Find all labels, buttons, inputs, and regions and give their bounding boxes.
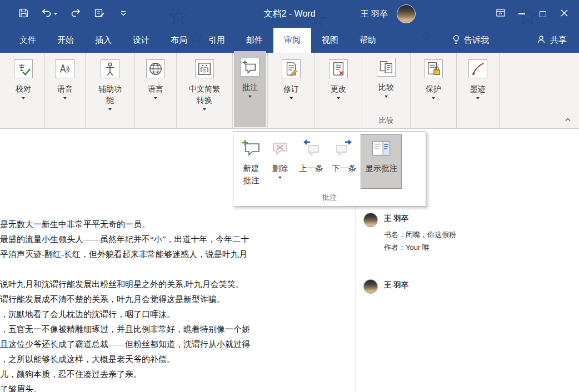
proofing-label: 校对 [16, 83, 31, 94]
chevron-down-icon [385, 96, 388, 98]
next-comment-label: 下一条 [332, 162, 357, 174]
comment-body: 王 羽卒 [384, 279, 408, 295]
customize-quick-access-button[interactable] [113, 4, 133, 24]
comments-menu-items: 新建 批注 删除 [237, 134, 422, 190]
document-line: 儿，颜狗本质，忍不住凑过去亲了亲。 [0, 367, 356, 382]
group-ink: 墨迹 [457, 53, 500, 128]
undo-button[interactable] [37, 4, 62, 24]
ribbon-button-chinese-conversion[interactable]: 中文简繁 转换 [181, 54, 228, 128]
qat-customize-icon [120, 9, 127, 19]
redo-button[interactable] [66, 4, 86, 24]
compare-label: 比较 [378, 82, 394, 93]
group-language: 语言 [135, 53, 177, 128]
ribbon-display-options-icon [496, 9, 505, 19]
ribbon-button-accessibility[interactable]: 辅助功 能 [89, 54, 131, 128]
show-comments-label: 显示批注 [365, 162, 397, 174]
decoration-star: ☆ [309, 8, 326, 30]
save-button[interactable] [13, 4, 33, 24]
group-accessibility: 辅助功 能 [86, 53, 135, 128]
tab-mailings[interactable]: 邮件 [236, 28, 273, 53]
share-button[interactable]: 共享 [537, 35, 567, 46]
group-proofing: 校对 [2, 53, 45, 128]
comment-card[interactable]: 王 羽卒 [363, 279, 573, 295]
maximize-button[interactable] [535, 0, 551, 28]
chevron-down-icon [108, 108, 112, 110]
quick-access-extra-button[interactable] [89, 4, 109, 24]
comment-text: 书名：闭嘴，你这假粉 [384, 228, 456, 241]
ribbon-button-ink[interactable]: 墨迹 [461, 54, 495, 128]
word-window: ☆ ☆ ☆ [0, 0, 579, 392]
tell-me-label: 告诉我 [464, 35, 489, 46]
chevron-up-icon [565, 114, 571, 123]
tab-design[interactable]: 设计 [122, 28, 160, 53]
tab-home[interactable]: 开始 [47, 28, 84, 53]
document-line: 了皱眉头。 [0, 382, 356, 392]
close-button[interactable] [556, 0, 572, 28]
collapse-ribbon-button[interactable] [565, 114, 571, 124]
ribbon-button-changes[interactable]: 更改 [319, 54, 358, 128]
group-speech: 语音 [45, 53, 86, 128]
delete-comment-label: 删除 [272, 162, 288, 174]
previous-comment-label: 上一条 [299, 162, 323, 174]
previous-comment-icon [301, 138, 321, 159]
menu-item-delete-comment[interactable]: 删除 [266, 134, 295, 189]
ribbon-button-proofing[interactable]: 校对 [6, 54, 41, 128]
changes-icon [329, 59, 348, 78]
menu-item-show-comments[interactable]: 显示批注 [361, 134, 402, 189]
protect-icon [424, 59, 443, 78]
tabrow-right: 告诉我 共享 [452, 28, 579, 53]
ribbon-button-tracking[interactable]: 修订 [272, 54, 311, 128]
chinese-conversion-icon [195, 59, 214, 78]
document-line: 谓行能发展成不清不楚的关系，叶九月会觉得这是新型诈骗。 [0, 292, 356, 307]
decoration-star: ☆ [167, 1, 189, 31]
next-comment-icon [334, 138, 354, 159]
quick-access-extra-icon [94, 8, 104, 20]
tab-insert[interactable]: 插入 [84, 28, 122, 53]
tab-references[interactable]: 引用 [198, 28, 236, 53]
menu-item-previous-comment[interactable]: 上一条 [295, 134, 328, 189]
group-tracking: 修订 [268, 53, 315, 128]
undo-icon [42, 8, 52, 19]
chevron-down-icon [54, 13, 57, 15]
chevron-down-icon [22, 97, 25, 99]
tell-me-button[interactable]: 告诉我 [452, 34, 489, 46]
group-protect: 保护 [411, 53, 457, 128]
document-line: ，沉默地看了会儿枕边的沈谓行，咽了口唾沫。 [0, 307, 356, 322]
tab-file[interactable]: 文件 [9, 28, 47, 53]
menu-item-new-comment[interactable]: 新建 批注 [237, 134, 266, 190]
comment-author: 王 羽卒 [384, 214, 456, 224]
tab-help[interactable]: 帮助 [349, 28, 387, 53]
document-line: ，之所以能够长成这样，大概是老天爷的补偿。 [0, 352, 356, 367]
minimize-icon [518, 13, 525, 14]
ribbon-button-language[interactable]: 语言 [139, 54, 172, 128]
chevron-down-icon [203, 108, 206, 110]
decoration-star: ☆ [420, 29, 433, 46]
ribbon-review: 校对 语音 [0, 53, 579, 129]
ribbon-button-speech[interactable]: 语音 [49, 54, 81, 128]
menu-item-next-comment[interactable]: 下一条 [328, 134, 361, 189]
protect-label: 保护 [426, 83, 441, 94]
ribbon-button-protect[interactable]: 保护 [415, 54, 452, 128]
tab-layout[interactable]: 布局 [160, 28, 198, 53]
ribbon-display-options-button[interactable] [492, 0, 509, 28]
new-comment-label: 新建 批注 [243, 162, 259, 187]
redo-icon [71, 8, 81, 19]
language-icon [146, 59, 165, 78]
account-avatar[interactable] [397, 4, 416, 23]
comment-body: 王 羽卒 书名：闭嘴，你这假粉 作者：Your 唯 [384, 213, 456, 254]
ribbon-button-comments[interactable]: 批注 [234, 51, 266, 127]
compare-group-label: 比较 [379, 114, 393, 128]
chevron-down-icon [476, 97, 480, 99]
comment-card[interactable]: 王 羽卒 书名：闭嘴，你这假粉 作者：Your 唯 [363, 213, 573, 254]
tab-review[interactable]: 审阅 [273, 28, 311, 53]
tab-view[interactable]: 视图 [311, 28, 349, 53]
comments-icon [241, 58, 259, 77]
ribbon-button-compare[interactable]: 比较 [366, 54, 406, 98]
minimize-button[interactable] [513, 0, 530, 28]
chevron-down-icon [154, 97, 157, 99]
accessibility-label: 辅助功 能 [98, 83, 122, 105]
speech-icon [56, 59, 74, 78]
ink-label: 墨迹 [470, 83, 486, 94]
account-name[interactable]: 王 羽卒 [361, 9, 388, 19]
accessibility-icon [101, 59, 119, 78]
